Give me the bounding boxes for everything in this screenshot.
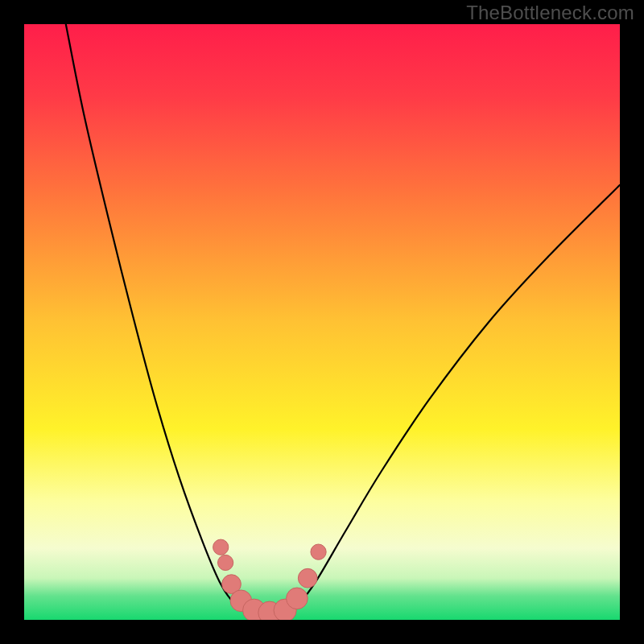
watermark-text: TheBottleneck.com — [466, 2, 634, 24]
bead — [287, 588, 308, 609]
bead — [311, 544, 326, 559]
bead — [298, 568, 317, 588]
data-beads — [213, 539, 327, 620]
curve-layer — [24, 24, 620, 620]
bead — [218, 555, 233, 570]
chart-frame: TheBottleneck.com — [0, 0, 644, 644]
left-curve — [66, 24, 250, 614]
bead — [213, 539, 229, 555]
right-curve — [287, 185, 620, 614]
plot-area — [24, 24, 620, 620]
